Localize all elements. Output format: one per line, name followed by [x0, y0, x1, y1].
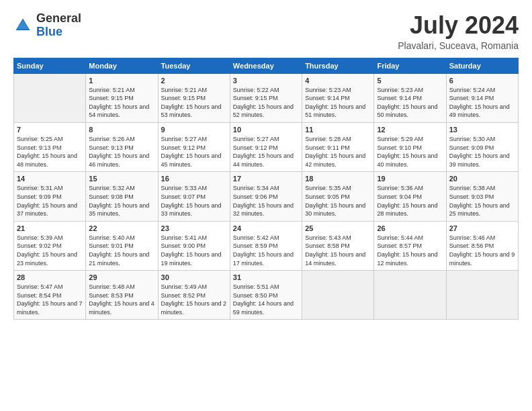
day-number: 24	[233, 224, 299, 232]
day-info: Sunrise: 5:23 AM Sunset: 9:14 PM Dayligh…	[377, 86, 443, 120]
weekday-header-tuesday: Tuesday	[158, 58, 230, 73]
day-info: Sunrise: 5:24 AM Sunset: 9:14 PM Dayligh…	[449, 86, 515, 120]
weekday-header-monday: Monday	[86, 58, 158, 73]
day-cell	[302, 271, 374, 320]
day-info: Sunrise: 5:22 AM Sunset: 9:15 PM Dayligh…	[233, 86, 299, 120]
day-number: 9	[161, 126, 227, 134]
day-number: 3	[233, 77, 299, 85]
day-cell: 27Sunrise: 5:46 AM Sunset: 8:56 PM Dayli…	[446, 221, 518, 270]
day-info: Sunrise: 5:40 AM Sunset: 9:01 PM Dayligh…	[89, 234, 154, 267]
logo-blue: Blue	[36, 25, 62, 38]
day-info: Sunrise: 5:46 AM Sunset: 8:56 PM Dayligh…	[449, 234, 515, 267]
day-info: Sunrise: 5:43 AM Sunset: 8:58 PM Dayligh…	[305, 234, 371, 267]
day-number: 21	[17, 224, 83, 232]
day-info: Sunrise: 5:47 AM Sunset: 8:54 PM Dayligh…	[17, 283, 83, 316]
day-info: Sunrise: 5:25 AM Sunset: 9:13 PM Dayligh…	[17, 135, 83, 169]
day-cell: 6Sunrise: 5:24 AM Sunset: 9:14 PM Daylig…	[446, 73, 518, 122]
svg-marker-1	[17, 19, 29, 29]
day-cell: 5Sunrise: 5:23 AM Sunset: 9:14 PM Daylig…	[374, 73, 446, 122]
week-row-4: 21Sunrise: 5:39 AM Sunset: 9:02 PM Dayli…	[14, 221, 519, 270]
day-cell: 1Sunrise: 5:21 AM Sunset: 9:15 PM Daylig…	[86, 73, 158, 122]
day-info: Sunrise: 5:32 AM Sunset: 9:08 PM Dayligh…	[89, 184, 154, 218]
day-number: 16	[161, 175, 227, 183]
day-number: 26	[377, 224, 443, 232]
day-cell: 18Sunrise: 5:35 AM Sunset: 9:05 PM Dayli…	[302, 172, 374, 221]
day-info: Sunrise: 5:31 AM Sunset: 9:09 PM Dayligh…	[17, 184, 83, 218]
day-cell: 31Sunrise: 5:51 AM Sunset: 8:50 PM Dayli…	[230, 271, 302, 320]
day-cell: 26Sunrise: 5:44 AM Sunset: 8:57 PM Dayli…	[374, 221, 446, 270]
day-cell	[374, 271, 446, 320]
weekday-header-friday: Friday	[374, 58, 446, 73]
day-cell: 2Sunrise: 5:21 AM Sunset: 9:15 PM Daylig…	[158, 73, 230, 122]
day-info: Sunrise: 5:26 AM Sunset: 9:13 PM Dayligh…	[89, 135, 154, 169]
day-number: 25	[305, 224, 371, 232]
day-info: Sunrise: 5:23 AM Sunset: 9:14 PM Dayligh…	[305, 86, 371, 120]
day-cell: 8Sunrise: 5:26 AM Sunset: 9:13 PM Daylig…	[86, 122, 158, 171]
day-info: Sunrise: 5:44 AM Sunset: 8:57 PM Dayligh…	[377, 234, 443, 267]
day-info: Sunrise: 5:41 AM Sunset: 9:00 PM Dayligh…	[161, 234, 227, 267]
day-cell: 17Sunrise: 5:34 AM Sunset: 9:06 PM Dayli…	[230, 172, 302, 221]
day-number: 27	[449, 224, 515, 232]
day-info: Sunrise: 5:49 AM Sunset: 8:52 PM Dayligh…	[161, 283, 227, 316]
week-row-1: 1Sunrise: 5:21 AM Sunset: 9:15 PM Daylig…	[14, 73, 519, 122]
day-info: Sunrise: 5:33 AM Sunset: 9:07 PM Dayligh…	[161, 184, 227, 218]
day-number: 29	[89, 273, 154, 281]
title-block: July 2024 Plavalari, Suceava, Romania	[398, 12, 519, 51]
day-number: 22	[89, 224, 154, 232]
location: Plavalari, Suceava, Romania	[398, 40, 519, 51]
weekday-header-thursday: Thursday	[302, 58, 374, 73]
day-number: 8	[89, 126, 154, 134]
day-number: 14	[17, 175, 83, 183]
day-number: 11	[305, 126, 371, 134]
calendar-page: General Blue July 2024 Plavalari, Suceav…	[0, 0, 532, 411]
weekday-header-sunday: Sunday	[14, 58, 86, 73]
logo-icon	[13, 16, 32, 35]
day-info: Sunrise: 5:30 AM Sunset: 9:09 PM Dayligh…	[449, 135, 515, 169]
day-number: 28	[17, 273, 83, 281]
day-cell: 10Sunrise: 5:27 AM Sunset: 9:12 PM Dayli…	[230, 122, 302, 171]
day-number: 30	[161, 273, 227, 281]
day-info: Sunrise: 5:29 AM Sunset: 9:10 PM Dayligh…	[377, 135, 443, 169]
logo-text: General Blue	[36, 12, 81, 39]
day-cell: 11Sunrise: 5:28 AM Sunset: 9:11 PM Dayli…	[302, 122, 374, 171]
day-info: Sunrise: 5:38 AM Sunset: 9:03 PM Dayligh…	[449, 184, 515, 218]
logo-general: General	[36, 11, 81, 25]
day-cell: 23Sunrise: 5:41 AM Sunset: 9:00 PM Dayli…	[158, 221, 230, 270]
weekday-header-wednesday: Wednesday	[230, 58, 302, 73]
day-cell: 25Sunrise: 5:43 AM Sunset: 8:58 PM Dayli…	[302, 221, 374, 270]
week-row-3: 14Sunrise: 5:31 AM Sunset: 9:09 PM Dayli…	[14, 172, 519, 221]
day-cell	[446, 271, 518, 320]
day-number: 12	[377, 126, 443, 134]
week-row-2: 7Sunrise: 5:25 AM Sunset: 9:13 PM Daylig…	[14, 122, 519, 171]
day-info: Sunrise: 5:21 AM Sunset: 9:15 PM Dayligh…	[161, 86, 227, 120]
day-number: 23	[161, 224, 227, 232]
day-cell: 15Sunrise: 5:32 AM Sunset: 9:08 PM Dayli…	[86, 172, 158, 221]
day-number: 18	[305, 175, 371, 183]
day-cell: 7Sunrise: 5:25 AM Sunset: 9:13 PM Daylig…	[14, 122, 86, 171]
day-info: Sunrise: 5:35 AM Sunset: 9:05 PM Dayligh…	[305, 184, 371, 218]
day-info: Sunrise: 5:51 AM Sunset: 8:50 PM Dayligh…	[233, 283, 299, 316]
day-cell: 13Sunrise: 5:30 AM Sunset: 9:09 PM Dayli…	[446, 122, 518, 171]
day-number: 15	[89, 175, 154, 183]
day-info: Sunrise: 5:42 AM Sunset: 8:59 PM Dayligh…	[233, 234, 299, 267]
day-info: Sunrise: 5:27 AM Sunset: 9:12 PM Dayligh…	[161, 135, 227, 169]
day-cell: 30Sunrise: 5:49 AM Sunset: 8:52 PM Dayli…	[158, 271, 230, 320]
day-cell: 28Sunrise: 5:47 AM Sunset: 8:54 PM Dayli…	[14, 271, 86, 320]
day-number: 13	[449, 126, 515, 134]
day-cell: 24Sunrise: 5:42 AM Sunset: 8:59 PM Dayli…	[230, 221, 302, 270]
day-number: 19	[377, 175, 443, 183]
day-info: Sunrise: 5:36 AM Sunset: 9:04 PM Dayligh…	[377, 184, 443, 218]
day-number: 17	[233, 175, 299, 183]
day-number: 5	[377, 77, 443, 85]
month-title: July 2024	[398, 12, 519, 39]
day-cell: 19Sunrise: 5:36 AM Sunset: 9:04 PM Dayli…	[374, 172, 446, 221]
weekday-header-saturday: Saturday	[446, 58, 518, 73]
day-number: 2	[161, 77, 227, 85]
day-cell	[14, 73, 86, 122]
day-cell: 4Sunrise: 5:23 AM Sunset: 9:14 PM Daylig…	[302, 73, 374, 122]
day-cell: 21Sunrise: 5:39 AM Sunset: 9:02 PM Dayli…	[14, 221, 86, 270]
day-cell: 22Sunrise: 5:40 AM Sunset: 9:01 PM Dayli…	[86, 221, 158, 270]
day-number: 1	[89, 77, 154, 85]
week-row-5: 28Sunrise: 5:47 AM Sunset: 8:54 PM Dayli…	[14, 271, 519, 320]
day-number: 7	[17, 126, 83, 134]
